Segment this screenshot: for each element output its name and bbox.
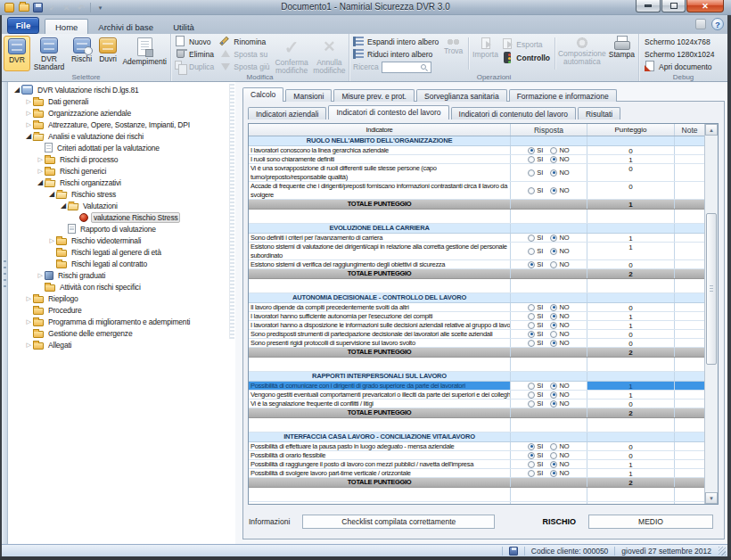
note-cell[interactable]	[675, 399, 704, 408]
collapse-arrow-icon[interactable]: ◢	[12, 86, 21, 94]
indicator-row[interactable]: Accade di frequente che i dirigenti/prep…	[249, 182, 704, 200]
radio-si[interactable]: SI	[528, 460, 543, 468]
tree-item-rischio-stress[interactable]: ◢Rischio stress	[9, 188, 229, 200]
tab-calcolo[interactable]: Calcolo	[242, 87, 283, 102]
espandi-albero-button[interactable]: Espandi intero albero	[351, 36, 440, 47]
grid-scrollbar[interactable]: ▲ ▼	[704, 124, 718, 504]
radio-si[interactable]: SI	[528, 169, 543, 177]
ricerca-input[interactable]	[382, 62, 420, 71]
tree-item-valutazione-rischio-stress[interactable]: valutazione Rischio Stress	[9, 211, 229, 223]
tree-item-rapporto-di-valutazione[interactable]: Rapporto di valutazione	[9, 223, 229, 235]
radio-no[interactable]: NO	[550, 382, 569, 390]
elimina-button[interactable]: Elimina	[173, 48, 216, 60]
stampa-button[interactable]: Stampa	[607, 36, 637, 71]
indicator-row[interactable]: Esistono sistemi di verifica del raggiun…	[249, 260, 704, 269]
radio-si[interactable]: SI	[528, 312, 543, 320]
scroll-up-button[interactable]: ▲	[705, 124, 718, 136]
radio-si[interactable]: SI	[528, 442, 543, 450]
subtab-risultati[interactable]: Risultati	[578, 107, 620, 119]
composizione-automatica-button[interactable]: Composizione automatica	[558, 36, 606, 71]
schermo-1024x768-button[interactable]: Schermo 1024x768	[643, 36, 716, 47]
radio-no[interactable]: NO	[550, 442, 569, 450]
indicator-row[interactable]: Possibilità di comunicare con i dirigent…	[249, 382, 704, 391]
maximize-button[interactable]	[661, 0, 686, 12]
radio-no[interactable]: NO	[550, 234, 569, 242]
radio-si[interactable]: SI	[528, 339, 543, 347]
ribbon-tab-home[interactable]: Home	[45, 19, 88, 34]
radio-no[interactable]: NO	[550, 260, 569, 268]
duplica-button[interactable]: Duplica	[173, 61, 216, 72]
adempimenti-button[interactable]: Adempimenti	[120, 36, 168, 71]
collapse-arrow-icon[interactable]: ◢	[36, 178, 45, 186]
sposta-giu-button[interactable]: Sposta giù	[218, 61, 271, 72]
indicator-row[interactable]: Possibilità di effettuare la pausa pasto…	[249, 442, 704, 451]
radio-si[interactable]: SI	[528, 399, 543, 408]
indicator-row[interactable]: Possibilità di svolgere lavoro part-time…	[249, 469, 704, 478]
radio-no[interactable]: NO	[550, 339, 569, 347]
tree-item-allegati[interactable]: ▷Allegati	[9, 339, 229, 350]
tree-scrollbar[interactable]	[229, 84, 234, 339]
tree-item-procedure[interactable]: Procedure	[9, 304, 229, 316]
collapse-arrow-icon[interactable]: ◢	[47, 190, 56, 198]
radio-no[interactable]: NO	[550, 460, 569, 468]
expand-arrow-icon[interactable]: ▷	[36, 168, 45, 175]
indicator-row[interactable]: Il lavoro dipende da compiti precedentem…	[249, 303, 704, 312]
rinomina-button[interactable]: Rinomina	[218, 36, 271, 47]
file-menu-button[interactable]: File	[7, 17, 39, 34]
tree-item-dati-generali[interactable]: ▷Dati generali	[9, 95, 229, 107]
tree-item-analisi-e-valutazione-dei-rischi[interactable]: ◢Analisi e valutazione dei rischi	[9, 130, 229, 142]
note-cell[interactable]	[675, 330, 704, 338]
radio-no[interactable]: NO	[550, 469, 569, 477]
tree-item-rischi-generici[interactable]: ▷Rischi generici	[9, 165, 229, 177]
indicator-row[interactable]: I lavoratori hanno sufficiente autonomia…	[249, 312, 704, 321]
note-cell[interactable]	[675, 442, 704, 450]
controllo-button[interactable]: Controllo	[500, 52, 552, 63]
esporta-button[interactable]: Esporta	[500, 38, 552, 50]
help-button[interactable]: ?	[711, 18, 724, 30]
note-cell[interactable]	[675, 155, 704, 163]
rischi-button[interactable]: Rischi	[68, 36, 95, 71]
note-cell[interactable]	[675, 146, 704, 154]
apri-documento-button[interactable]: Apri documento	[643, 61, 716, 72]
conferma-modifiche-button[interactable]: ✓ Conferma modifiche	[274, 36, 310, 71]
search-icon[interactable]	[421, 64, 426, 70]
expand-arrow-icon[interactable]: ▷	[47, 237, 56, 244]
resize-grip[interactable]	[719, 547, 726, 556]
tree-item-valutazioni[interactable]: ◢Valutazioni	[9, 200, 229, 211]
radio-no[interactable]: NO	[550, 186, 569, 194]
radio-no[interactable]: NO	[550, 169, 569, 177]
subtab-indicatori-aziendali[interactable]: Indicatori aziendali	[248, 107, 326, 119]
expand-arrow-icon[interactable]: ▷	[24, 318, 33, 325]
tab-mansioni[interactable]: Mansioni	[285, 89, 332, 102]
tree-item-attrezzature-opere-sostanze-impianti-dpi[interactable]: ▷Attrezzature, Opere, Sostanze, Impianti…	[9, 119, 229, 130]
tab-sorveglianza-sanitaria[interactable]: Sorveglianza sanitaria	[416, 89, 507, 102]
tree-item-organizzazione-aziendale[interactable]: ▷Organizzazione aziendale	[9, 107, 229, 119]
note-cell[interactable]	[675, 339, 704, 347]
tree-item-rischi-graduati[interactable]: ▷Rischi graduati	[9, 269, 229, 281]
tree-item-criteri-adottati-per-la-valutazione[interactable]: Criteri adottati per la valutazione	[9, 142, 229, 153]
riduci-albero-button[interactable]: Riduci intero albero	[351, 48, 440, 60]
minimize-button[interactable]	[636, 0, 661, 12]
tree-item-rischi-legati-al-genere-di-et[interactable]: Rischi legati al genere di età	[9, 246, 229, 258]
radio-no[interactable]: NO	[550, 155, 569, 163]
radio-si[interactable]: SI	[528, 234, 543, 242]
indicator-row[interactable]: I ruoli sono chiaramente definitiSINO1	[249, 155, 704, 164]
radio-no[interactable]: NO	[550, 303, 569, 311]
indicator-row[interactable]: I lavoratori hanno a disposizione le inf…	[249, 321, 704, 330]
note-cell[interactable]	[675, 164, 704, 181]
radio-si[interactable]: SI	[528, 330, 543, 338]
radio-si[interactable]: SI	[528, 186, 543, 194]
radio-si[interactable]: SI	[528, 146, 543, 154]
collapse-arrow-icon[interactable]: ◢	[59, 202, 68, 210]
radio-si[interactable]: SI	[528, 469, 543, 477]
radio-no[interactable]: NO	[550, 399, 569, 408]
ribbon-tab-archivi-di-base[interactable]: Archivi di base	[88, 20, 163, 34]
style-icon[interactable]	[695, 19, 706, 29]
radio-no[interactable]: NO	[550, 321, 569, 329]
radio-no[interactable]: NO	[550, 391, 569, 399]
tree-item-rischi-legati-al-contratto[interactable]: Rischi legati al contratto	[9, 258, 229, 269]
indicator-row[interactable]: Vengono gestiti eventuali comportamenti …	[249, 391, 704, 399]
indicator-row[interactable]: Sono predisposti strumenti di partecipaz…	[249, 330, 704, 339]
importa-button[interactable]: Importa	[472, 36, 500, 71]
note-cell[interactable]	[675, 382, 704, 390]
